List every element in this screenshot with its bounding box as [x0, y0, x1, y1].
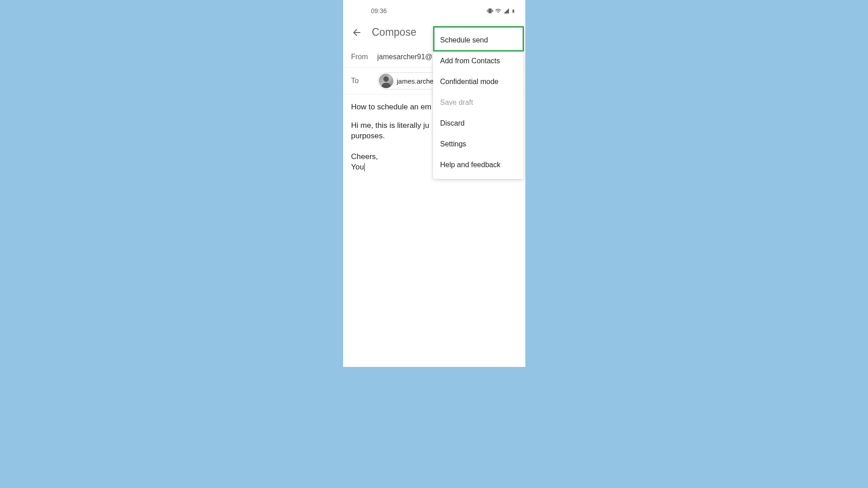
menu-help[interactable]: Help and feedback [433, 155, 524, 175]
wifi-icon [495, 8, 501, 14]
phone-frame: 09:36 Compose From jamesarcher91@ To jam… [343, 0, 525, 367]
avatar [379, 74, 393, 88]
battery-icon [511, 8, 515, 14]
menu-add-contacts[interactable]: Add from Contacts [433, 51, 524, 71]
menu-confidential[interactable]: Confidential mode [433, 71, 524, 92]
overflow-menu: Schedule send Add from Contacts Confiden… [433, 26, 524, 179]
menu-save-draft: Save draft [433, 92, 524, 113]
to-label: To [351, 77, 369, 85]
vibrate-icon [487, 8, 493, 14]
signal-icon [503, 8, 509, 14]
status-bar: 09:36 [343, 0, 525, 18]
menu-schedule-send[interactable]: Schedule send [433, 30, 524, 51]
from-label: From [351, 53, 369, 61]
subject-text: How to schedule an em [351, 103, 432, 111]
page-title: Compose [372, 26, 416, 38]
arrow-left-icon [351, 27, 362, 38]
status-time: 09:36 [371, 7, 387, 14]
menu-settings[interactable]: Settings [433, 134, 524, 155]
status-icons [487, 8, 515, 14]
from-value: jamesarcher91@ [377, 53, 433, 61]
back-button[interactable] [351, 27, 362, 38]
menu-discard[interactable]: Discard [433, 113, 524, 134]
